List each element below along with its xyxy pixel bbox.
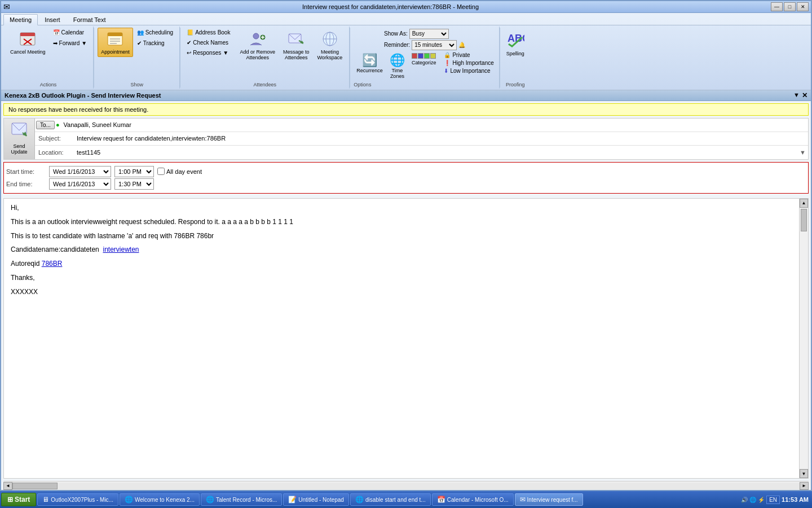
taskbar-item-1[interactable]: 🌐 Welcome to Kenexa 2... [120, 493, 200, 506]
allday-label: All day event [166, 168, 202, 175]
scroll-right-button[interactable]: ► [800, 482, 809, 490]
taskbar-item-5[interactable]: 📅 Calendar - Microsoft O... [432, 493, 514, 506]
taskbar-item-2-icon: 🌐 [206, 496, 214, 503]
send-update-button[interactable]: SendUpdate [4, 119, 35, 159]
recurrence-label: Recurrence [356, 68, 383, 73]
start-time-select[interactable]: 1:00 PM [114, 166, 154, 177]
tab-insert[interactable]: Insert [38, 14, 67, 25]
tray-icon-1: 🔊 [741, 497, 748, 503]
responses-dropdown-icon: ▼ [223, 50, 228, 56]
cancel-meeting-button[interactable]: Cancel Meeting [7, 28, 49, 57]
autoreqid-pre: Autoreqid [11, 260, 42, 268]
scroll-thumb[interactable] [801, 209, 807, 231]
location-input[interactable] [74, 148, 797, 157]
taskbar-item-2-label: Talent Record - Micros... [216, 497, 277, 503]
ribbon-group-proofing: ABC Spelling Proofing [500, 27, 531, 89]
taskbar-item-0-icon: 🖥 [42, 496, 49, 503]
high-importance-option[interactable]: ❗ High Importance [442, 59, 495, 67]
cat-yellow [430, 53, 436, 59]
horizontal-scrollbar[interactable]: ◄ ► [3, 481, 809, 490]
svg-rect-5 [108, 33, 122, 36]
start-button[interactable]: ⊞ Start [1, 493, 36, 506]
scheduling-button[interactable]: 👥 Scheduling [134, 28, 176, 37]
tab-meeting[interactable]: Meeting [3, 14, 38, 25]
message-to-attendees-button[interactable]: Message toAttendees [280, 28, 313, 63]
add-remove-attendees-button[interactable]: Add or RemoveAttendees [236, 28, 279, 63]
tray-time: 11:53 AM [782, 496, 809, 503]
taskbar-item-3-label: Untitled - Notepad [298, 497, 344, 503]
categorize-button[interactable]: Categorize [409, 51, 439, 67]
tracking-button[interactable]: ✔ Tracking [134, 38, 176, 48]
start-windows-icon: ⊞ [7, 496, 13, 503]
taskbar-item-0[interactable]: 🖥 OutlooX2007Plus - Mic... [37, 493, 118, 506]
message-candidatename: Candidatename:candidateten [11, 246, 99, 253]
send-update-label: SendUpdate [11, 143, 27, 155]
location-dropdown-icon[interactable]: ▼ [797, 148, 808, 157]
appointment-button[interactable]: Appointment [98, 28, 133, 57]
reminder-select[interactable]: 15 minutes 30 minutes 1 hour [412, 40, 457, 50]
scroll-horizontal-track[interactable] [12, 483, 800, 489]
plugin-bar-arrow[interactable]: ▼ [793, 91, 800, 99]
spelling-button[interactable]: ABC Spelling [504, 28, 527, 58]
svg-rect-1 [20, 33, 35, 36]
show-as-select[interactable]: Busy Free Tentative Out of Office [409, 29, 449, 39]
taskbar-item-6-icon: ✉ [520, 496, 526, 503]
time-zones-button[interactable]: 🌐 TimeZones [387, 51, 408, 81]
plugin-bar-close[interactable]: ✕ [802, 91, 807, 99]
private-option[interactable]: 🔒 Private [442, 51, 495, 59]
taskbar-item-4[interactable]: 🌐 disable start and end t... [350, 493, 431, 506]
recurrence-icon: 🔄 [362, 53, 377, 68]
location-label: Location: [35, 148, 74, 157]
meeting-form: SendUpdate To... ● Vanapalli, Suneel Kum… [3, 118, 809, 160]
scrollbar[interactable]: ▲ ▼ [799, 199, 808, 478]
taskbar-item-2[interactable]: 🌐 Talent Record - Micros... [201, 493, 282, 506]
maximize-button[interactable]: □ [784, 2, 796, 11]
message-line4: Candidatename:candidateten interviewten [11, 245, 801, 255]
scroll-up-button[interactable]: ▲ [800, 199, 808, 208]
spelling-label: Spelling [506, 51, 524, 56]
close-button[interactable]: ✕ [797, 2, 809, 11]
forward-icon: ➡ [53, 40, 58, 46]
autoreqid-link[interactable]: 786BR [42, 260, 63, 268]
allday-checkbox[interactable] [157, 168, 165, 175]
end-time-select[interactable]: 1:30 PM [114, 178, 154, 190]
start-time-label: Start time: [6, 168, 46, 175]
language-button[interactable]: EN [766, 496, 780, 504]
low-importance-option[interactable]: ⬇ Low Importance [442, 67, 495, 75]
message-line3: This is to test candidate with lastname … [11, 231, 801, 241]
scroll-horizontal-thumb[interactable] [12, 483, 58, 489]
recurrence-button[interactable]: 🔄 Recurrence [354, 51, 386, 75]
send-update-icon [11, 122, 27, 142]
svg-point-9 [253, 33, 259, 39]
interviewten-link[interactable]: interviewten [103, 246, 139, 253]
taskbar-item-3[interactable]: 📝 Untitled - Notepad [283, 493, 349, 506]
forward-button[interactable]: ➡ Forward ▼ [50, 38, 90, 48]
message-body: Hi, This is a an outlook interviewweight… [3, 198, 809, 479]
minimize-button[interactable]: — [771, 2, 783, 11]
datetime-section: Start time: Wed 1/16/2013 1:00 PM All da… [3, 162, 809, 194]
scroll-down-button[interactable]: ▼ [800, 469, 808, 478]
calendar-button[interactable]: 📅 Calendar [50, 28, 90, 37]
tray-icon-3: ⚡ [758, 497, 765, 503]
taskbar-item-5-icon: 📅 [437, 496, 445, 503]
subject-row: Subject: [35, 132, 808, 146]
scroll-track[interactable] [800, 208, 808, 469]
subject-input[interactable] [74, 134, 808, 143]
appointment-label: Appointment [101, 49, 130, 55]
add-remove-icon [249, 30, 267, 48]
scroll-left-button[interactable]: ◄ [3, 482, 12, 490]
taskbar-item-5-label: Calendar - Microsoft O... [447, 497, 509, 503]
tab-format-text[interactable]: Format Text [67, 14, 112, 25]
meeting-workspace-button[interactable]: MeetingWorkspace [314, 28, 346, 63]
to-button[interactable]: To... [36, 121, 55, 129]
responses-button[interactable]: ↩ Responses ▼ [184, 48, 233, 58]
message-line2: This is a an outlook interviewweight req… [11, 217, 801, 227]
appointment-icon [106, 30, 124, 48]
check-names-button[interactable]: ✔ Check Names [184, 38, 233, 47]
tray-icon-2: 🌐 [749, 497, 756, 503]
forward-dropdown-icon: ▼ [81, 40, 87, 46]
start-date-select[interactable]: Wed 1/16/2013 [49, 166, 111, 177]
end-date-select[interactable]: Wed 1/16/2013 [49, 178, 111, 190]
taskbar-item-6[interactable]: ✉ Interview request f... [515, 493, 583, 506]
address-book-button[interactable]: 📒 Address Book [184, 28, 233, 37]
